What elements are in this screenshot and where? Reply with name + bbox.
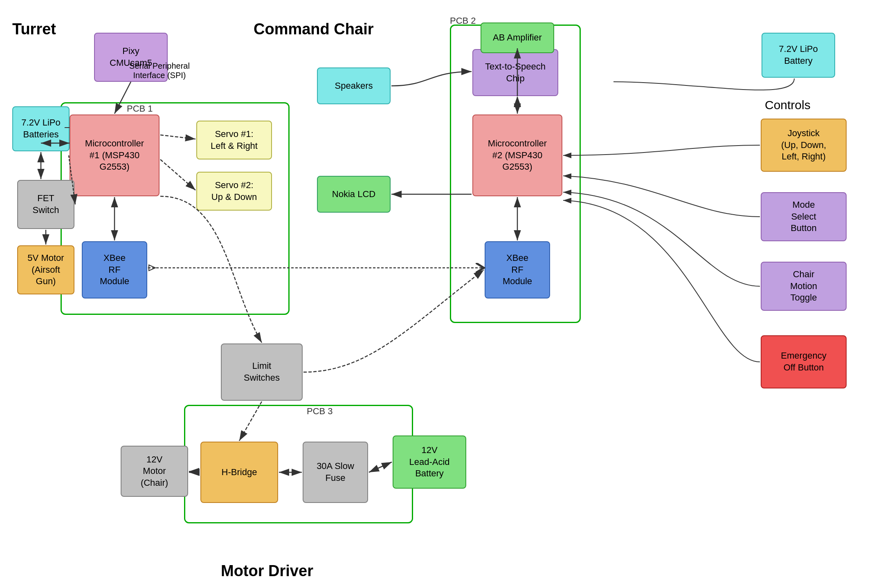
motor-driver-title: Motor Driver — [221, 562, 313, 580]
chair-toggle-block: Chair Motion Toggle — [761, 262, 847, 311]
servo1-block: Servo #1: Left & Right — [196, 121, 272, 159]
fet-switch-block: FET Switch — [17, 180, 74, 229]
lipo-turret-block: 7.2V LiPo Batteries — [12, 106, 70, 151]
turret-title: Turret — [12, 20, 56, 38]
diagram: Turret Command Chair Motor Driver Contro… — [0, 0, 883, 588]
xbee1-block: XBee RF Module — [82, 241, 147, 298]
lipo-chair-block: 7.2V LiPo Battery — [762, 33, 835, 78]
tts-chip-block: Text-to-Speech Chip — [472, 49, 558, 96]
pcb2-label: PCB 2 — [450, 16, 476, 26]
controls-title: Controls — [765, 98, 811, 112]
mode-select-block: Mode Select Button — [761, 192, 847, 241]
emergency-block: Emergency Off Button — [761, 335, 847, 388]
joystick-block: Joystick (Up, Down, Left, Right) — [761, 119, 847, 172]
lead-acid-block: 12V Lead-Acid Battery — [393, 435, 466, 489]
pcb3-label: PCB 3 — [307, 406, 333, 417]
ab-amp-block: AB Amplifier — [481, 22, 554, 53]
nokia-lcd-block: Nokia LCD — [317, 176, 391, 213]
motor-chair-block: 12V Motor (Chair) — [121, 446, 188, 497]
limit-switches-block: Limit Switches — [221, 343, 303, 401]
mcu1-block: Microcontroller #1 (MSP430 G2553) — [70, 114, 160, 196]
mcu2-block: Microcontroller #2 (MSP430 G2553) — [472, 114, 562, 196]
speakers-block: Speakers — [317, 67, 391, 104]
xbee2-block: XBee RF Module — [485, 241, 550, 298]
servo2-block: Servo #2: Up & Down — [196, 172, 272, 211]
fuse-block: 30A Slow Fuse — [303, 442, 368, 503]
hbridge-block: H-Bridge — [200, 442, 278, 503]
command-chair-title: Command Chair — [254, 20, 373, 38]
spi-label: Serial Peripheral Interface (SPI) — [127, 61, 192, 80]
motor-airsoft-block: 5V Motor (Airsoft Gun) — [17, 245, 74, 294]
pcb1-label: PCB 1 — [127, 103, 153, 114]
